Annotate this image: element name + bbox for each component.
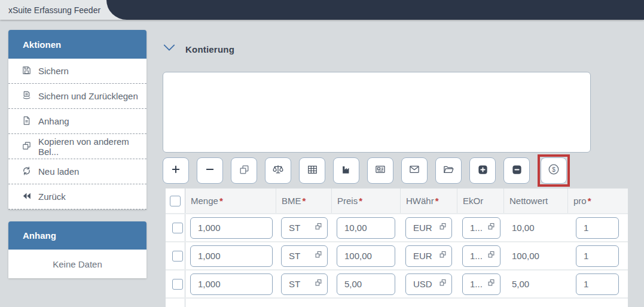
ekor-input-field[interactable]: [465, 279, 487, 289]
table-row: 10,00: [166, 214, 628, 242]
save-putback-icon: [22, 90, 32, 102]
nettowert-value: 100,00: [509, 251, 539, 261]
row-checkbox[interactable]: [172, 279, 183, 290]
pro-input[interactable]: [579, 223, 614, 233]
value-help-icon[interactable]: [487, 278, 496, 290]
row-checkbox[interactable]: [172, 251, 183, 262]
column-header-pro: pro*: [568, 189, 628, 213]
toolbar-copy-row-button[interactable]: [231, 157, 257, 184]
bme-input-field[interactable]: [284, 251, 314, 261]
required-marker: *: [219, 196, 223, 206]
action-zurueck[interactable]: Zurück: [8, 184, 146, 209]
actions-panel-title: Aktionen: [23, 39, 61, 50]
back-icon: [22, 191, 32, 203]
action-sichern-zuruecklegen[interactable]: Sichern und Zurücklegen: [8, 84, 146, 109]
toolbar-news-button[interactable]: [367, 157, 393, 184]
value-help-icon[interactable]: [438, 250, 447, 262]
column-header-ekor: EkOr: [457, 189, 504, 213]
hwaehr-input-field[interactable]: [408, 279, 438, 289]
value-help-icon[interactable]: [487, 222, 496, 233]
table-row: 5,00: [166, 270, 628, 299]
top-bar: xSuite Erfassung Feeder: [0, 0, 644, 20]
bme-input-field[interactable]: [284, 223, 314, 233]
action-neu-laden[interactable]: Neu laden: [8, 159, 146, 184]
attachment-panel: Anhang Keine Daten: [8, 221, 146, 278]
kontierung-toolbar: $: [163, 154, 570, 187]
hwaehr-input[interactable]: [405, 245, 452, 267]
minus-icon: [205, 164, 215, 177]
bme-input[interactable]: [281, 245, 328, 267]
reload-icon: [22, 166, 32, 178]
chevron-down-icon[interactable]: [163, 44, 176, 54]
column-header-menge: Menge*: [185, 189, 276, 213]
kontierung-text-area[interactable]: [163, 72, 591, 153]
hwaehr-input-field[interactable]: [408, 251, 438, 261]
preis-input[interactable]: [340, 223, 390, 233]
bme-input-field[interactable]: [284, 279, 314, 289]
toolbar-table-view-button[interactable]: [299, 157, 325, 184]
toolbar-open-folder-button[interactable]: [435, 157, 462, 184]
column-header-preis: Preis*: [332, 189, 401, 213]
row-checkbox[interactable]: [172, 223, 183, 233]
scales-icon: [272, 163, 284, 178]
toolbar-remove-row-button[interactable]: [197, 157, 223, 184]
table-row: 100,00: [166, 242, 628, 270]
ekor-input[interactable]: [462, 273, 500, 295]
attachment-panel-title: Anhang: [23, 230, 56, 241]
action-kopieren[interactable]: Kopieren von anderem Bel...: [8, 134, 146, 159]
action-label: Kopieren von anderem Bel...: [38, 136, 146, 157]
action-label: Sichern und Zurücklegen: [38, 91, 138, 101]
required-marker: *: [303, 196, 306, 206]
menge-input[interactable]: [193, 251, 268, 261]
section-title-kontierung: Kontierung: [185, 44, 234, 54]
value-help-icon[interactable]: [314, 222, 323, 233]
copy-icon: [22, 141, 32, 153]
toolbar-mail-button[interactable]: [401, 157, 428, 184]
required-marker: *: [588, 196, 591, 206]
value-help-icon[interactable]: [314, 278, 323, 290]
attachment-panel-header: Anhang: [8, 221, 146, 250]
value-help-icon[interactable]: [487, 250, 496, 262]
plus-icon: [170, 164, 181, 177]
required-marker: *: [359, 196, 362, 206]
menge-input[interactable]: [193, 279, 268, 289]
save-icon: [22, 65, 32, 77]
action-label: Zurück: [38, 192, 66, 202]
bme-input[interactable]: [281, 217, 328, 239]
actions-panel-body: Sichern Sichern und Zurücklegen Anhang K…: [8, 59, 146, 209]
hwaehr-input[interactable]: [405, 217, 452, 239]
ekor-input-field[interactable]: [465, 223, 487, 233]
preis-input[interactable]: [340, 251, 390, 261]
pro-input[interactable]: [579, 251, 614, 261]
preis-input[interactable]: [340, 279, 390, 289]
kontierung-table: Menge* BME* Preis* HWähr* EkOr Nettowert…: [166, 189, 628, 307]
hwaehr-input-field[interactable]: [408, 223, 438, 233]
value-help-icon[interactable]: [438, 222, 447, 233]
pro-input[interactable]: [579, 279, 614, 289]
action-sichern[interactable]: Sichern: [8, 59, 146, 84]
action-label: Sichern: [38, 66, 69, 76]
minus-square-icon: [511, 164, 523, 178]
dollar-circle-icon: $: [547, 163, 560, 178]
copy-icon: [239, 164, 250, 178]
ekor-input-field[interactable]: [465, 251, 487, 261]
value-help-icon[interactable]: [438, 278, 447, 290]
svg-text:$: $: [552, 166, 556, 173]
toolbar-factory-button[interactable]: [333, 157, 359, 184]
action-label: Neu laden: [38, 166, 79, 177]
bme-input[interactable]: [281, 273, 328, 295]
toolbar-remove-filled-button[interactable]: [503, 157, 530, 184]
action-anhang[interactable]: Anhang: [8, 109, 146, 134]
value-help-icon[interactable]: [314, 250, 323, 262]
ekor-input[interactable]: [462, 217, 500, 239]
hwaehr-input[interactable]: [405, 273, 452, 295]
column-header-bme: BME*: [276, 189, 332, 213]
toolbar-currency-button[interactable]: $: [541, 157, 567, 184]
document-icon: [22, 115, 32, 127]
menge-input[interactable]: [193, 223, 268, 233]
toolbar-add-filled-button[interactable]: [469, 157, 496, 184]
select-all-checkbox[interactable]: [170, 196, 181, 206]
toolbar-balance-button[interactable]: [265, 157, 291, 184]
ekor-input[interactable]: [462, 245, 500, 267]
toolbar-add-row-button[interactable]: [163, 157, 189, 184]
